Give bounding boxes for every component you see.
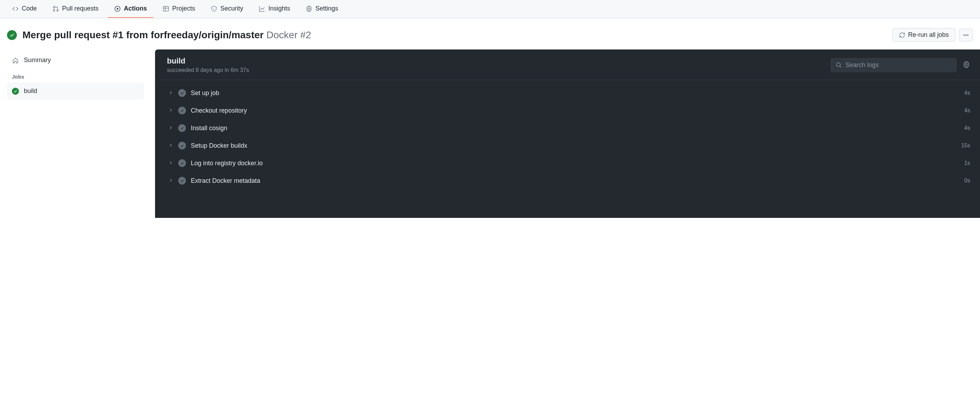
tab-label: Insights	[268, 5, 290, 12]
tab-actions[interactable]: Actions	[108, 0, 153, 18]
run-title-group: Merge pull request #1 from forfreeday/or…	[7, 29, 311, 41]
shield-icon	[210, 5, 218, 12]
log-header: build succeeded 8 days ago in 6m 37s	[155, 49, 980, 80]
chevron-right-icon	[169, 142, 173, 150]
search-logs-input[interactable]	[845, 61, 952, 69]
step-name: Setup Docker buildx	[191, 142, 956, 150]
home-icon	[12, 57, 19, 64]
chevron-right-icon	[169, 177, 173, 185]
play-circle-icon	[114, 5, 121, 12]
search-icon	[835, 61, 842, 68]
log-panel: build succeeded 8 days ago in 6m 37s Set…	[155, 49, 980, 218]
tab-label: Security	[220, 5, 243, 12]
svg-point-12	[966, 34, 966, 35]
sync-icon	[899, 32, 905, 38]
tab-label: Projects	[172, 5, 195, 12]
success-status-icon	[178, 107, 186, 115]
summary-label: Summary	[24, 56, 51, 64]
run-actions: Re-run all jobs	[892, 28, 973, 42]
table-icon	[162, 5, 169, 12]
step-row[interactable]: Log into registry docker.io 1s	[155, 154, 980, 172]
repo-tab-nav: Code Pull requests Actions Projects Secu…	[0, 0, 980, 18]
step-name: Set up job	[191, 89, 959, 97]
sidebar-job-build[interactable]: build	[7, 83, 144, 100]
log-subtitle: succeeded 8 days ago in 6m 37s	[167, 67, 249, 73]
run-header: Merge pull request #1 from forfreeday/or…	[0, 18, 980, 47]
step-duration: 1s	[964, 160, 970, 166]
svg-point-14	[837, 63, 840, 67]
success-status-icon	[7, 30, 17, 40]
svg-point-13	[967, 34, 968, 35]
run-layout: Summary Jobs build build succeeded 8 day…	[0, 47, 980, 218]
tab-label: Code	[22, 5, 37, 12]
svg-point-16	[965, 64, 967, 65]
success-status-icon	[178, 142, 186, 150]
svg-point-2	[57, 10, 58, 11]
chevron-right-icon	[169, 160, 173, 167]
step-name: Install cosign	[191, 124, 959, 132]
rerun-all-button[interactable]: Re-run all jobs	[892, 28, 955, 42]
job-name: build	[24, 88, 37, 95]
step-row[interactable]: Set up job 4s	[155, 84, 980, 102]
more-actions-button[interactable]	[959, 29, 973, 41]
run-title: Merge pull request #1 from forfreeday/or…	[22, 29, 311, 41]
svg-point-1	[53, 10, 55, 11]
step-name: Extract Docker metadata	[191, 177, 959, 185]
run-sidebar: Summary Jobs build	[7, 49, 144, 218]
log-title-group: build succeeded 8 days ago in 6m 37s	[167, 56, 249, 73]
tab-code[interactable]: Code	[6, 0, 43, 18]
chevron-right-icon	[169, 124, 173, 132]
tab-label: Actions	[124, 5, 147, 12]
pull-request-icon	[52, 5, 59, 12]
run-title-text: Merge pull request #1 from forfreeday/or…	[22, 29, 264, 40]
svg-point-8	[213, 8, 214, 8]
step-duration: 4s	[964, 90, 970, 96]
step-duration: 0s	[964, 178, 970, 184]
chevron-right-icon	[169, 107, 173, 115]
workflow-name[interactable]: Docker #2	[267, 29, 312, 40]
success-status-icon	[12, 88, 19, 95]
log-steps: Set up job 4s Checkout repository 4s Ins…	[155, 80, 980, 194]
step-duration: 4s	[964, 125, 970, 131]
svg-point-11	[964, 34, 964, 35]
svg-point-0	[53, 6, 55, 7]
tab-security[interactable]: Security	[204, 0, 250, 18]
step-row[interactable]: Install cosign 4s	[155, 119, 980, 137]
tab-settings[interactable]: Settings	[299, 0, 344, 18]
gear-icon	[305, 5, 312, 12]
svg-point-10	[308, 8, 310, 10]
chevron-right-icon	[169, 89, 173, 97]
kebab-icon	[963, 32, 969, 38]
search-logs-box[interactable]	[830, 58, 957, 72]
log-settings-button[interactable]	[963, 61, 970, 70]
success-status-icon	[178, 159, 186, 167]
tab-label: Settings	[315, 5, 338, 12]
tab-label: Pull requests	[62, 5, 99, 12]
success-status-icon	[178, 89, 186, 97]
step-row[interactable]: Setup Docker buildx 15s	[155, 137, 980, 154]
log-title: build	[167, 56, 249, 65]
step-row[interactable]: Checkout repository 4s	[155, 102, 980, 119]
graph-icon	[258, 5, 266, 12]
success-status-icon	[178, 177, 186, 185]
tab-insights[interactable]: Insights	[252, 0, 296, 18]
tab-pull-requests[interactable]: Pull requests	[46, 0, 105, 18]
svg-marker-4	[117, 7, 119, 10]
code-icon	[12, 5, 19, 12]
tab-projects[interactable]: Projects	[156, 0, 201, 18]
jobs-section-label: Jobs	[7, 68, 144, 83]
step-name: Log into registry docker.io	[191, 160, 959, 167]
step-duration: 4s	[964, 107, 970, 114]
step-row[interactable]: Extract Docker metadata 0s	[155, 172, 980, 189]
rerun-label: Re-run all jobs	[908, 31, 949, 38]
success-status-icon	[178, 124, 186, 132]
step-name: Checkout repository	[191, 107, 959, 115]
svg-line-15	[840, 66, 841, 67]
sidebar-item-summary[interactable]: Summary	[7, 52, 144, 68]
step-duration: 15s	[961, 142, 970, 149]
log-header-actions	[830, 58, 970, 72]
svg-rect-5	[164, 6, 169, 11]
gear-icon	[963, 61, 970, 68]
